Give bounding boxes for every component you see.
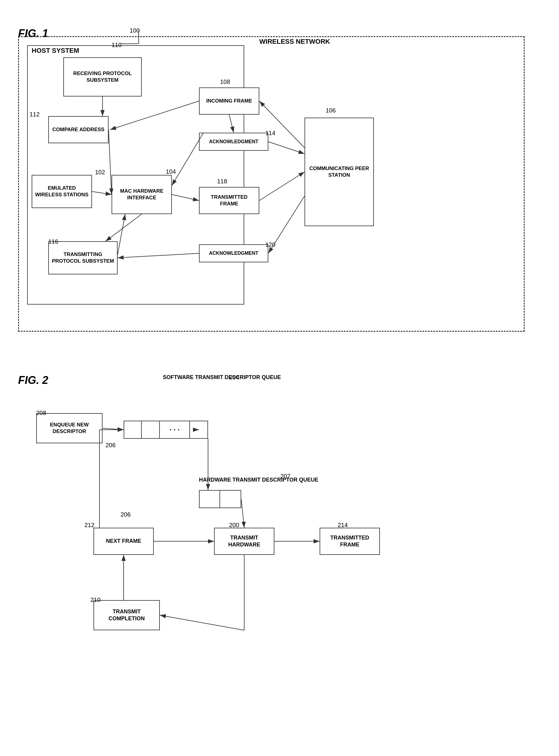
ref-120: 120	[265, 241, 275, 248]
ref-207: 207	[281, 473, 290, 480]
ref-104: 104	[166, 168, 176, 175]
acknowledgment-bottom-box: ACKNOWLEDGMENT	[199, 244, 268, 262]
transmitted-frame-box2: TRANSMITTED FRAME	[320, 528, 380, 555]
acknowledgment-top-box: ACKNOWLEDGMENT	[199, 133, 268, 151]
ref-206a: 206	[106, 442, 115, 449]
ref-102: 102	[95, 169, 105, 176]
ref-200: 200	[229, 522, 239, 529]
queue-cell-1	[124, 421, 142, 439]
hw-queue-cell-2	[220, 490, 241, 508]
mac-hardware-box: MAC HARDWARE INTERFACE	[112, 175, 172, 214]
ref-114: 114	[265, 130, 275, 137]
ref-204: 204	[229, 374, 239, 381]
ref-116: 116	[48, 238, 58, 245]
ref-206b: 206	[120, 511, 131, 518]
hardware-queue-label: HARDWARE TRANSMIT DESCRIPTOR QUEUE	[199, 476, 318, 483]
ref-214: 214	[338, 522, 348, 529]
svg-line-29	[160, 615, 244, 630]
ref-112: 112	[29, 111, 40, 118]
queue-cell-3	[190, 421, 208, 439]
queue-cell-2	[142, 421, 160, 439]
ref-108: 108	[220, 79, 230, 85]
wireless-network-label: WIRELESS NETWORK	[259, 38, 330, 46]
receiving-protocol-box: RECEIVING PROTOCOL SUBSYSTEM	[63, 57, 142, 96]
ref-106: 106	[326, 107, 336, 114]
compare-address-box: COMPARE ADDRESS	[48, 116, 109, 143]
ref-208: 208	[36, 409, 46, 417]
incoming-frame-box: INCOMING FRAME	[199, 87, 259, 115]
software-queue-label: SOFTWARE TRANSMIT DESCRIPTOR QUEUE	[163, 374, 281, 381]
ref-110: 110	[112, 42, 121, 48]
ref-210: 210	[90, 597, 100, 603]
emulated-wireless-box: EMULATED WIRELESS STATIONS	[32, 175, 92, 208]
ref-118: 118	[217, 178, 227, 185]
hw-queue-cell-1	[199, 490, 220, 508]
transmitted-frame-box: TRANSMITTED FRAME	[199, 187, 259, 214]
enqueue-new-box: ENQUEUE NEW DESCRIPTOR	[36, 413, 103, 443]
ref-212: 212	[84, 522, 94, 529]
communicating-peer-box: COMMUNICATING PEER STATION	[305, 118, 374, 226]
transmitting-protocol-box: TRANSMITTING PROTOCOL SUBSYSTEM	[48, 241, 118, 274]
ref-100: 100	[130, 27, 140, 34]
svg-line-25	[241, 499, 244, 528]
transmit-hardware-box: TRANSMIT HARDWARE	[214, 528, 274, 555]
next-frame-box: NEXT FRAME	[93, 528, 154, 555]
queue-ellipsis: · · ·	[160, 421, 190, 439]
transmit-completion-box: TRANSMIT COMPLETION	[93, 600, 160, 630]
svg-line-23	[103, 428, 124, 430]
